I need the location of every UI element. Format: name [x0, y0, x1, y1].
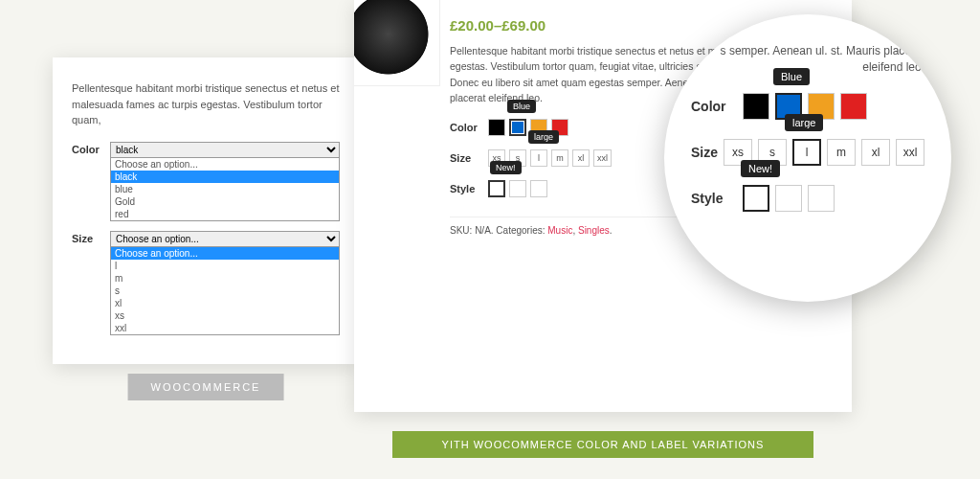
- sku-value: N/A.: [475, 225, 493, 236]
- color-swatch-black[interactable]: [488, 119, 505, 136]
- mag-style-swatch[interactable]: .ms-y::before{background:#f0c020}: [808, 185, 835, 212]
- mag-color-swatch-black[interactable]: [743, 93, 769, 120]
- size-option[interactable]: Choose an option...: [111, 247, 339, 260]
- color-option[interactable]: Gold: [111, 195, 339, 208]
- mag-style-swatch[interactable]: .ms-r::before{background:#e02020}: [743, 185, 769, 212]
- size-option[interactable]: m: [111, 272, 339, 285]
- style-swatch-blue-shirt[interactable]: .shirt-b::before{background:#1050d0}: [509, 180, 526, 197]
- color-select[interactable]: black: [110, 142, 340, 158]
- size-option[interactable]: s: [111, 285, 339, 297]
- shirt-icon: .shirt-r::before{background:#e02020}: [490, 183, 503, 194]
- size-option[interactable]: l: [111, 260, 339, 272]
- category-link[interactable]: Music: [547, 225, 572, 236]
- size-row: Size Choose an option... Choose an optio…: [72, 231, 340, 335]
- size-swatch[interactable]: l: [530, 149, 547, 167]
- magnifier-lens: s semper. Aenean ul. st. Mauris placerat…: [664, 14, 951, 302]
- mag-size-swatch[interactable]: m: [827, 139, 856, 166]
- size-label: Size: [72, 231, 110, 244]
- woocommerce-default-panel: Pellentesque habitant morbi tristique se…: [53, 57, 359, 364]
- shirt-icon: .shirt-y::before{background:#f0c020}: [532, 183, 546, 194]
- style-swatches: New! .shirt-r::before{background:#e02020…: [488, 180, 547, 197]
- shirt-icon: .ms-b::before{background:#1050d0}: [778, 189, 799, 208]
- mag-size-tooltip: large: [785, 114, 823, 131]
- size-label: Size: [450, 152, 488, 164]
- color-option[interactable]: black: [111, 171, 339, 183]
- woocommerce-badge: WOOCOMMERCE: [128, 374, 284, 400]
- size-swatch[interactable]: m: [551, 149, 568, 167]
- color-option[interactable]: Choose an option...: [111, 158, 339, 171]
- mag-size-row: Size large xs s l m xl xxl: [691, 139, 924, 166]
- style-swatch-red-shirt[interactable]: .shirt-r::before{background:#e02020}: [488, 180, 505, 197]
- size-option[interactable]: xs: [111, 309, 339, 322]
- color-option[interactable]: red: [111, 208, 339, 220]
- mag-style-swatch[interactable]: .ms-b::before{background:#1050d0}: [775, 185, 802, 212]
- product-description: Pellentesque habitant morbi tristique se…: [72, 80, 340, 128]
- mag-style-tooltip: New!: [741, 160, 780, 177]
- color-tooltip: Blue: [507, 100, 536, 113]
- shirt-icon: .shirt-b::before{background:#1050d0}: [511, 183, 524, 194]
- shirt-icon: .ms-y::before{background:#f0c020}: [811, 189, 832, 208]
- category-link[interactable]: Singles: [578, 225, 610, 236]
- mag-color-tooltip: Blue: [773, 68, 810, 85]
- mag-size-label: Size: [691, 145, 724, 160]
- mag-style-label: Style: [691, 191, 743, 206]
- color-swatch-blue[interactable]: [509, 119, 526, 136]
- color-label: Color: [450, 122, 488, 133]
- shirt-icon: .ms-r::before{background:#e02020}: [746, 189, 767, 208]
- size-option[interactable]: xxl: [111, 322, 339, 334]
- sku-label: SKU:: [450, 225, 472, 236]
- product-image: [354, 0, 440, 86]
- mag-size-swatch[interactable]: xl: [861, 139, 890, 166]
- color-options-list: Choose an option... black blue Gold red: [110, 158, 340, 221]
- size-options-list: Choose an option... l m s xl xs xxl: [110, 247, 340, 335]
- size-tooltip: large: [528, 130, 559, 144]
- mag-color-swatch-red[interactable]: [840, 93, 867, 120]
- mag-size-swatch[interactable]: xxl: [896, 139, 924, 166]
- size-select[interactable]: Choose an option...: [110, 231, 340, 247]
- style-swatch-yellow-shirt[interactable]: .shirt-y::before{background:#f0c020}: [530, 180, 547, 197]
- size-option[interactable]: xl: [111, 297, 339, 309]
- categories-label: Categories:: [496, 225, 545, 236]
- size-swatch[interactable]: xxl: [593, 149, 612, 167]
- style-label: Style: [450, 183, 488, 194]
- color-label: Color: [72, 142, 110, 155]
- style-tooltip: New!: [490, 161, 522, 174]
- mag-size-swatch[interactable]: l: [792, 139, 821, 166]
- size-swatch[interactable]: xl: [572, 149, 590, 167]
- color-row: Color black Choose an option... black bl…: [72, 142, 340, 221]
- mag-color-label: Color: [691, 99, 743, 114]
- yith-badge: YITH WOOCOMMERCE COLOR AND LABEL VARIATI…: [392, 431, 813, 458]
- color-option[interactable]: blue: [111, 183, 339, 195]
- mag-style-row: Style New! .ms-r::before{background:#e02…: [691, 185, 924, 212]
